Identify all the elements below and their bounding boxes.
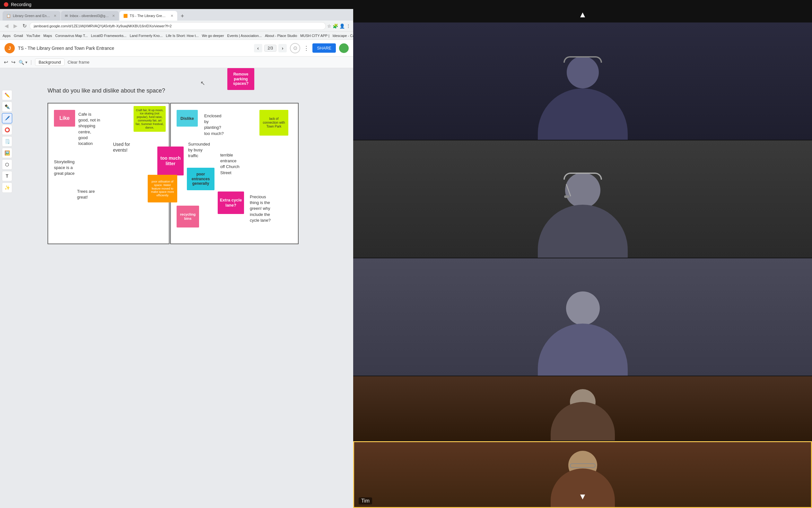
video-cell-2 — [353, 140, 812, 258]
tab-1[interactable]: 📋 Library Green and Enfield Town... ✕ — [3, 11, 60, 20]
bookmark-idescape[interactable]: Idescape - Calviim — [333, 34, 353, 38]
pen-tool[interactable]: ✒️ — [2, 101, 12, 112]
more-options-button[interactable]: ⋮ — [303, 45, 309, 52]
trees-text: Trees aregreat! — [77, 188, 95, 200]
forward-button[interactable]: ▶ — [11, 22, 19, 30]
app-title: TS - The Library Green and Town Park Ent… — [18, 46, 251, 51]
tab-2-close[interactable]: ✕ — [112, 14, 115, 18]
scroll-up-button[interactable]: ▲ — [579, 10, 587, 19]
tim-label: Tim — [359, 497, 372, 504]
frame-indicator: 2/3 — [264, 45, 277, 52]
more-icon[interactable]: ⋮ — [346, 24, 351, 29]
bookmark-mush[interactable]: MUSH CITY APP | — [300, 34, 329, 38]
terrible-entrance-text: terribleentranceoff ChurchStreet — [220, 152, 240, 176]
zoom-dropdown-arrow[interactable]: ▾ — [26, 60, 27, 65]
redo-button[interactable]: ↪ — [11, 59, 15, 65]
eraser-tool[interactable]: ⭕ — [2, 125, 12, 135]
bookmark-deeper[interactable]: We go deeper — [202, 34, 224, 38]
background-button[interactable]: Background — [35, 58, 64, 66]
bookmark-apps[interactable]: Apps — [3, 34, 11, 38]
poor-entrances-sticky: poor entrances generally — [187, 168, 214, 190]
image-tool[interactable]: 🖼️ — [2, 148, 12, 158]
share-button[interactable]: SHARE — [313, 43, 336, 53]
new-tab-button[interactable]: + — [178, 11, 187, 20]
lack-connection-sticky: lack of connection with Town Park — [259, 110, 288, 136]
surrounded-text: Surroundedby busytraffic — [188, 141, 210, 159]
url-text: jamboard.google.com/d/1ZE1iWjXMRVAQYjA5n… — [34, 24, 172, 28]
bookmark-maps[interactable]: Maps — [43, 34, 52, 38]
user-avatar[interactable] — [339, 43, 349, 53]
bookmark-youtube[interactable]: YouTube — [26, 34, 40, 38]
recording-dot — [4, 2, 8, 7]
events-text: Used forevents! — [113, 141, 130, 153]
too-much-litter-sticky: too much litter — [157, 146, 184, 175]
scroll-down-button[interactable]: ▼ — [579, 492, 587, 502]
video-cell-1 — [353, 23, 812, 140]
dislike-label-sticky: Dislike — [177, 110, 198, 127]
undo-button[interactable]: ↩ — [4, 59, 8, 65]
storytelling-text: Storytellingspace is agreat place — [54, 159, 75, 177]
question-text: What do you like and dislike about the s… — [48, 87, 165, 94]
select-tool[interactable]: ✏️ — [2, 90, 12, 100]
extra-cycle-sticky: Extra cycle lane? — [218, 192, 244, 214]
text-tool[interactable]: T — [2, 171, 12, 181]
bookmark-locatid[interactable]: LocatID Frameworks... — [91, 34, 127, 38]
shapes-tool[interactable]: ⬡ — [2, 159, 12, 170]
clear-frame-button[interactable]: Clear frame — [68, 60, 90, 65]
address-bar[interactable]: jamboard.google.com/d/1ZE1iWjXMRVAQYjA5n… — [30, 22, 326, 30]
bookmark-land[interactable]: Land Formerly Kno... — [130, 34, 163, 38]
sticky-note-tool[interactable]: 🗒️ — [2, 136, 12, 146]
enclosed-text: Enclosedbyplanting?too much? — [204, 113, 224, 136]
bookmark-place[interactable]: About - Place Studio — [265, 34, 297, 38]
laser-tool[interactable]: ✨ — [2, 182, 12, 193]
marker-tool[interactable]: 🖊️ — [2, 113, 12, 123]
recording-label: Recording — [11, 2, 32, 7]
remove-parking-sticky: Remove parking spaces? — [227, 68, 254, 90]
browser-window: Recording 📋 Library Green and Enfield To… — [0, 0, 353, 508]
bookmark-gmail[interactable]: Gmail — [14, 34, 23, 38]
video-cell-4 — [353, 376, 812, 440]
tab-2[interactable]: ✉ Inbox - oliverdeed3@gmail.com... ✕ — [61, 11, 119, 20]
refresh-button[interactable]: ↻ — [20, 22, 28, 30]
next-frame-button[interactable]: › — [278, 44, 287, 52]
bookmark-life[interactable]: Life Is Short: How t... — [166, 34, 199, 38]
tab-3-close[interactable]: ✕ — [171, 14, 174, 18]
bookmark-coronavirus[interactable]: Coronavirus Map T... — [55, 34, 88, 38]
back-button[interactable]: ◀ — [3, 22, 10, 30]
cursor: ↖ — [200, 80, 205, 87]
video-cell-3 — [353, 258, 812, 376]
bookmark-icon[interactable]: ☆ — [327, 24, 331, 29]
video-sidebar: ▲ — [353, 0, 812, 508]
tab-1-close[interactable]: ✕ — [54, 14, 56, 18]
precious-green-text: Preciousthing is thegreen! whyinclude th… — [250, 194, 271, 223]
profile-icon[interactable]: 👤 — [339, 24, 345, 29]
extensions-icon[interactable]: 🧩 — [333, 24, 338, 29]
app-logo: J — [4, 43, 15, 53]
like-label-sticky: Like — [54, 110, 75, 127]
bookmark-events[interactable]: Events | Association... — [227, 34, 262, 38]
prev-frame-button[interactable]: ‹ — [254, 44, 262, 52]
recycling-bins-sticky: recycling bins — [177, 206, 199, 227]
cafe-text: Cafe isgood, not inshoppingcentre,goodlo… — [78, 112, 100, 146]
tab-3[interactable]: 🟧 TS - The Library Green and Tow... ✕ — [120, 11, 177, 20]
poor-utilisation-sticky: poor utilisation of space. Water feature… — [148, 175, 177, 203]
craft-fair-sticky: Craft fair, lit up moon, ice skating (no… — [134, 106, 166, 132]
zoom-icon: 🔍 — [18, 60, 24, 65]
